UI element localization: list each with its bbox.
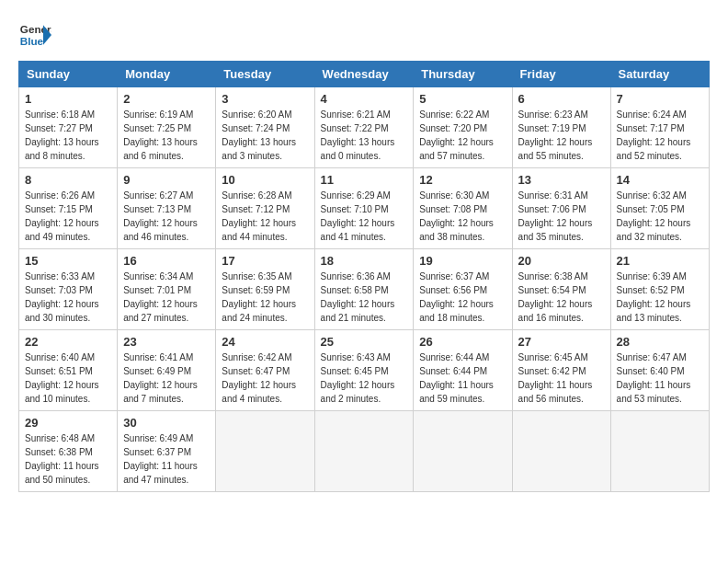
day-info: Sunrise: 6:44 AM Sunset: 6:44 PM Dayligh… xyxy=(419,350,506,406)
day-number: 10 xyxy=(222,173,308,187)
day-info: Sunrise: 6:48 AM Sunset: 6:38 PM Dayligh… xyxy=(25,431,111,487)
page-header: General Blue xyxy=(18,18,710,52)
calendar-day-cell xyxy=(216,411,314,492)
header-wednesday: Wednesday xyxy=(314,62,414,87)
calendar-day-cell: 7 Sunrise: 6:24 AM Sunset: 7:17 PM Dayli… xyxy=(610,87,709,168)
calendar-day-cell: 17 Sunrise: 6:35 AM Sunset: 6:59 PM Dayl… xyxy=(216,249,314,330)
day-info: Sunrise: 6:27 AM Sunset: 7:13 PM Dayligh… xyxy=(123,189,210,244)
day-info: Sunrise: 6:30 AM Sunset: 7:08 PM Dayligh… xyxy=(419,189,506,244)
day-number: 5 xyxy=(419,92,506,106)
day-info: Sunrise: 6:29 AM Sunset: 7:10 PM Dayligh… xyxy=(321,189,408,244)
calendar-header-row: SundayMondayTuesdayWednesdayThursdayFrid… xyxy=(19,62,710,87)
calendar-day-cell: 13 Sunrise: 6:31 AM Sunset: 7:06 PM Dayl… xyxy=(512,168,610,249)
header-thursday: Thursday xyxy=(414,62,512,87)
calendar-day-cell xyxy=(414,411,512,492)
calendar-day-cell: 20 Sunrise: 6:38 AM Sunset: 6:54 PM Dayl… xyxy=(512,249,610,330)
day-info: Sunrise: 6:47 AM Sunset: 6:40 PM Dayligh… xyxy=(617,350,703,406)
day-number: 22 xyxy=(25,335,111,349)
calendar-day-cell: 26 Sunrise: 6:44 AM Sunset: 6:44 PM Dayl… xyxy=(414,330,512,411)
calendar-day-cell: 9 Sunrise: 6:27 AM Sunset: 7:13 PM Dayli… xyxy=(118,168,216,249)
day-info: Sunrise: 6:24 AM Sunset: 7:17 PM Dayligh… xyxy=(617,108,703,163)
day-info: Sunrise: 6:31 AM Sunset: 7:06 PM Dayligh… xyxy=(518,189,605,244)
day-number: 17 xyxy=(222,254,308,268)
day-info: Sunrise: 6:36 AM Sunset: 6:58 PM Dayligh… xyxy=(321,270,408,325)
day-number: 11 xyxy=(321,173,408,187)
calendar-day-cell: 3 Sunrise: 6:20 AM Sunset: 7:24 PM Dayli… xyxy=(216,87,314,168)
day-number: 18 xyxy=(321,254,408,268)
calendar-day-cell: 30 Sunrise: 6:49 AM Sunset: 6:37 PM Dayl… xyxy=(118,411,216,492)
day-info: Sunrise: 6:34 AM Sunset: 7:01 PM Dayligh… xyxy=(123,270,210,325)
day-info: Sunrise: 6:18 AM Sunset: 7:27 PM Dayligh… xyxy=(25,108,111,163)
calendar-day-cell: 28 Sunrise: 6:47 AM Sunset: 6:40 PM Dayl… xyxy=(610,330,709,411)
calendar-day-cell: 2 Sunrise: 6:19 AM Sunset: 7:25 PM Dayli… xyxy=(118,87,216,168)
day-number: 15 xyxy=(25,254,111,268)
calendar-week-row: 29 Sunrise: 6:48 AM Sunset: 6:38 PM Dayl… xyxy=(19,411,710,492)
day-info: Sunrise: 6:20 AM Sunset: 7:24 PM Dayligh… xyxy=(222,108,308,163)
calendar-day-cell: 5 Sunrise: 6:22 AM Sunset: 7:20 PM Dayli… xyxy=(414,87,512,168)
calendar-week-row: 22 Sunrise: 6:40 AM Sunset: 6:51 PM Dayl… xyxy=(19,330,710,411)
calendar-day-cell: 15 Sunrise: 6:33 AM Sunset: 7:03 PM Dayl… xyxy=(19,249,118,330)
day-number: 4 xyxy=(321,92,408,106)
day-number: 1 xyxy=(25,92,111,106)
day-number: 25 xyxy=(321,335,408,349)
day-info: Sunrise: 6:28 AM Sunset: 7:12 PM Dayligh… xyxy=(222,189,308,244)
calendar-day-cell: 29 Sunrise: 6:48 AM Sunset: 6:38 PM Dayl… xyxy=(19,411,118,492)
day-number: 16 xyxy=(123,254,210,268)
header-saturday: Saturday xyxy=(610,62,709,87)
day-number: 27 xyxy=(518,335,605,349)
calendar-table: SundayMondayTuesdayWednesdayThursdayFrid… xyxy=(18,61,710,492)
day-info: Sunrise: 6:39 AM Sunset: 6:52 PM Dayligh… xyxy=(617,270,703,325)
calendar-day-cell: 6 Sunrise: 6:23 AM Sunset: 7:19 PM Dayli… xyxy=(512,87,610,168)
day-number: 24 xyxy=(222,335,308,349)
day-info: Sunrise: 6:41 AM Sunset: 6:49 PM Dayligh… xyxy=(123,350,210,406)
calendar-day-cell: 10 Sunrise: 6:28 AM Sunset: 7:12 PM Dayl… xyxy=(216,168,314,249)
day-info: Sunrise: 6:21 AM Sunset: 7:22 PM Dayligh… xyxy=(321,108,408,163)
day-number: 21 xyxy=(617,254,703,268)
day-number: 19 xyxy=(419,254,506,268)
header-monday: Monday xyxy=(118,62,216,87)
day-number: 9 xyxy=(123,173,210,187)
header-friday: Friday xyxy=(512,62,610,87)
day-number: 28 xyxy=(617,335,703,349)
calendar-day-cell: 25 Sunrise: 6:43 AM Sunset: 6:45 PM Dayl… xyxy=(314,330,414,411)
day-info: Sunrise: 6:33 AM Sunset: 7:03 PM Dayligh… xyxy=(25,270,111,325)
calendar-day-cell: 27 Sunrise: 6:45 AM Sunset: 6:42 PM Dayl… xyxy=(512,330,610,411)
calendar-day-cell: 1 Sunrise: 6:18 AM Sunset: 7:27 PM Dayli… xyxy=(19,87,118,168)
day-info: Sunrise: 6:35 AM Sunset: 6:59 PM Dayligh… xyxy=(222,270,308,325)
day-info: Sunrise: 6:19 AM Sunset: 7:25 PM Dayligh… xyxy=(123,108,210,163)
calendar-day-cell: 16 Sunrise: 6:34 AM Sunset: 7:01 PM Dayl… xyxy=(118,249,216,330)
day-number: 14 xyxy=(617,173,703,187)
day-number: 12 xyxy=(419,173,506,187)
day-number: 30 xyxy=(123,416,210,430)
logo: General Blue xyxy=(18,18,51,52)
day-info: Sunrise: 6:49 AM Sunset: 6:37 PM Dayligh… xyxy=(123,431,210,487)
svg-text:Blue: Blue xyxy=(20,35,44,47)
day-info: Sunrise: 6:26 AM Sunset: 7:15 PM Dayligh… xyxy=(25,189,111,244)
calendar-day-cell xyxy=(314,411,414,492)
header-sunday: Sunday xyxy=(19,62,118,87)
day-info: Sunrise: 6:42 AM Sunset: 6:47 PM Dayligh… xyxy=(222,350,308,406)
calendar-day-cell: 18 Sunrise: 6:36 AM Sunset: 6:58 PM Dayl… xyxy=(314,249,414,330)
calendar-day-cell: 11 Sunrise: 6:29 AM Sunset: 7:10 PM Dayl… xyxy=(314,168,414,249)
header-tuesday: Tuesday xyxy=(216,62,314,87)
calendar-day-cell: 23 Sunrise: 6:41 AM Sunset: 6:49 PM Dayl… xyxy=(118,330,216,411)
day-info: Sunrise: 6:43 AM Sunset: 6:45 PM Dayligh… xyxy=(321,350,408,406)
calendar-day-cell: 14 Sunrise: 6:32 AM Sunset: 7:05 PM Dayl… xyxy=(610,168,709,249)
calendar-day-cell: 19 Sunrise: 6:37 AM Sunset: 6:56 PM Dayl… xyxy=(414,249,512,330)
day-info: Sunrise: 6:38 AM Sunset: 6:54 PM Dayligh… xyxy=(518,270,605,325)
calendar-week-row: 15 Sunrise: 6:33 AM Sunset: 7:03 PM Dayl… xyxy=(19,249,710,330)
calendar-day-cell: 12 Sunrise: 6:30 AM Sunset: 7:08 PM Dayl… xyxy=(414,168,512,249)
day-number: 6 xyxy=(518,92,605,106)
calendar-day-cell xyxy=(610,411,709,492)
logo-icon: General Blue xyxy=(18,18,51,52)
day-number: 13 xyxy=(518,173,605,187)
calendar-day-cell: 22 Sunrise: 6:40 AM Sunset: 6:51 PM Dayl… xyxy=(19,330,118,411)
day-number: 7 xyxy=(617,92,703,106)
day-number: 29 xyxy=(25,416,111,430)
day-number: 20 xyxy=(518,254,605,268)
day-info: Sunrise: 6:40 AM Sunset: 6:51 PM Dayligh… xyxy=(25,350,111,406)
day-number: 2 xyxy=(123,92,210,106)
day-number: 23 xyxy=(123,335,210,349)
calendar-day-cell xyxy=(512,411,610,492)
day-info: Sunrise: 6:23 AM Sunset: 7:19 PM Dayligh… xyxy=(518,108,605,163)
